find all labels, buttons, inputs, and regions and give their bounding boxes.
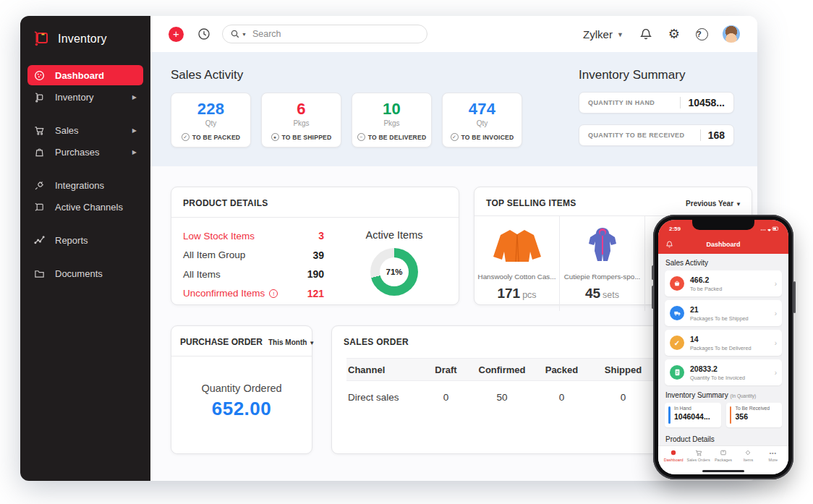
sidebar-item-integrations[interactable]: Integrations <box>27 175 143 195</box>
low-stock-items-value: 3 <box>318 230 324 242</box>
sidebar-item-label: Active Channels <box>55 202 123 213</box>
help-icon[interactable]: ? <box>696 28 708 40</box>
more-icon: ••• <box>770 449 777 456</box>
sales-activity-title: Sales Activity <box>171 68 243 82</box>
user-avatar[interactable] <box>723 25 740 43</box>
sidebar-item-reports[interactable]: Reports <box>27 230 143 250</box>
settings-gear-icon[interactable]: ⚙ <box>668 27 680 40</box>
low-stock-items-row[interactable]: Low Stock Items 3 <box>183 226 324 246</box>
to-be-invoiced-card[interactable]: 474 Qty ✓TO BE INVOICED <box>442 93 522 148</box>
search-input[interactable]: ▼ Search <box>222 25 427 43</box>
caret-down-icon: ▼ <box>309 340 315 346</box>
top-selling-item-qty: 171 <box>497 286 520 301</box>
purchase-order-card: PURCHASE ORDER This Month▼ Quantity Orde… <box>171 325 312 454</box>
all-items-value: 190 <box>307 268 324 280</box>
phone-item-value: 21 <box>690 305 749 314</box>
sidebar-item-purchases[interactable]: Purchases ▶ <box>27 142 143 162</box>
app-logo[interactable]: Inventory <box>20 16 150 59</box>
phone-to-be-packed-item[interactable]: 466.2To be Packed › <box>665 270 782 296</box>
cell-shipped: 0 <box>592 392 654 403</box>
all-items-row[interactable]: All Items 190 <box>183 265 324 284</box>
to-be-delivered-card[interactable]: 10 Pkgs −TO BE DELIVERED <box>352 93 432 148</box>
phone-tab-label: Packages <box>715 458 732 462</box>
chevron-right-icon: ▶ <box>132 127 137 134</box>
top-selling-item-unit: sets <box>603 290 619 300</box>
phone-body: Sales Activity 466.2To be Packed › 21Pac… <box>658 254 788 445</box>
sidebar-item-active-channels[interactable]: Active Channels <box>27 197 143 217</box>
column-header-confirmed[interactable]: Confirmed <box>473 364 531 375</box>
to-be-invoiced-label: TO BE INVOICED <box>461 134 514 141</box>
to-be-shipped-card[interactable]: 6 Pkgs ●TO BE SHIPPED <box>261 93 341 148</box>
add-new-button[interactable]: + <box>169 27 184 42</box>
cell-confirmed: 50 <box>473 392 531 403</box>
column-header-draft[interactable]: Draft <box>419 364 473 375</box>
history-icon[interactable] <box>197 27 211 41</box>
phone-in-hand-label: In Hand <box>674 406 721 411</box>
phone-tab-label: Items <box>744 458 753 462</box>
quantity-to-be-received-card[interactable]: QUANTITY TO BE RECEIVED 168 <box>579 124 734 146</box>
phone-item-label: Quantity To be Invoiced <box>690 375 745 381</box>
inventory-logo-icon <box>31 30 50 48</box>
active-items-label: Active Items <box>366 229 423 241</box>
active-items-donut: 71% <box>370 248 418 296</box>
phone-tab-dashboard[interactable]: Dashboard <box>661 449 686 474</box>
cell-channel: Direct sales <box>346 392 419 403</box>
quantity-in-hand-label: QUANTITY IN HAND <box>588 99 655 106</box>
top-selling-period-select[interactable]: Previous Year▼ <box>680 200 741 208</box>
top-selling-item[interactable]: Cutiepie Rompers-spo... 45sets <box>560 216 645 311</box>
unconfirmed-items-row[interactable]: Unconfirmed Items ! 121 <box>183 284 324 304</box>
phone-tab-more[interactable]: ••• More <box>761 449 786 474</box>
purchase-order-title: PURCHASE ORDER <box>180 337 263 347</box>
phone-inventory-summary-title: Inventory Summary <box>665 391 728 399</box>
inventory-summary-title: Inventory Summary <box>579 68 685 82</box>
top-selling-item-name: Hanswooly Cotton Cas... <box>478 273 556 281</box>
top-selling-item-qty: 45 <box>585 286 600 301</box>
romper-product-image <box>584 223 621 268</box>
sidebar-item-inventory[interactable]: Inventory ▶ <box>27 87 143 107</box>
all-items-label: All Items <box>183 269 221 280</box>
to-be-delivered-unit: Pkgs <box>352 119 431 127</box>
to-be-packed-value: 228 <box>171 100 250 119</box>
all-item-group-value: 39 <box>312 249 324 261</box>
to-be-packed-card[interactable]: 228 Qty ✓TO BE PACKED <box>171 93 251 148</box>
phone-tab-bar: Dashboard Sales Orders Packages Items ••… <box>658 445 788 474</box>
phone-to-be-invoiced-item[interactable]: 20833.2Quantity To be Invoiced › <box>665 359 782 385</box>
product-details-card: PRODUCT DETAILS Low Stock Items 3 All It… <box>171 187 459 305</box>
to-be-delivered-label: TO BE DELIVERED <box>368 134 427 141</box>
org-name[interactable]: Zylker <box>583 28 613 40</box>
column-header-channel[interactable]: Channel <box>346 364 419 375</box>
notifications-bell-icon[interactable] <box>639 27 652 40</box>
product-details-rows: Low Stock Items 3 All Item Group 39 All … <box>183 226 324 303</box>
sidebar-item-documents[interactable]: Documents <box>27 263 143 283</box>
all-item-group-row[interactable]: All Item Group 39 <box>183 246 324 265</box>
quantity-in-hand-card[interactable]: QUANTITY IN HAND 10458... <box>579 92 734 114</box>
page: Inventory Dashboard Inventory ▶ <box>0 0 813 504</box>
search-icon <box>231 30 239 38</box>
dot-circle-icon: ● <box>271 133 279 141</box>
topbar: + ▼ Search Zylker ▼ ⚙ <box>150 16 757 52</box>
sidebar-item-label: Integrations <box>55 180 104 191</box>
phone-home-indicator <box>702 470 744 473</box>
column-header-shipped[interactable]: Shipped <box>592 364 654 375</box>
sidebar-item-label: Reports <box>55 235 88 246</box>
phone-to-be-received-card[interactable]: To Be Received 356 <box>726 403 783 427</box>
phone-to-be-shipped-item[interactable]: 21Packages To be Shipped › <box>665 300 782 326</box>
org-caret-icon[interactable]: ▼ <box>617 31 623 38</box>
top-selling-item[interactable]: Hanswooly Cotton Cas... 171pcs <box>474 216 560 311</box>
to-be-shipped-unit: Pkgs <box>262 119 341 127</box>
phone-tab-label: More <box>769 458 778 462</box>
column-header-packed[interactable]: Packed <box>531 364 592 375</box>
sidebar-item-label: Dashboard <box>55 70 104 81</box>
folder-icon <box>34 268 46 279</box>
active-items-percent: 71% <box>386 268 402 276</box>
phone-to-be-delivered-item[interactable]: ✓ 14Packages To be Delivered › <box>665 330 782 356</box>
phone-in-hand-card[interactable]: In Hand 1046044... <box>665 403 721 427</box>
sidebar-item-dashboard[interactable]: Dashboard <box>27 65 143 85</box>
top-selling-item-unit: pcs <box>522 290 536 300</box>
phone-nav-bar: Dashboard <box>658 235 788 254</box>
purchase-order-period-select[interactable]: This Month▼ <box>263 338 315 346</box>
top-selling-item-name: Cutiepie Rompers-spo... <box>564 273 641 281</box>
search-scope-caret-icon[interactable]: ▼ <box>242 32 247 37</box>
sidebar: Inventory Dashboard Inventory ▶ <box>20 16 150 481</box>
sidebar-item-sales[interactable]: Sales ▶ <box>27 120 143 140</box>
